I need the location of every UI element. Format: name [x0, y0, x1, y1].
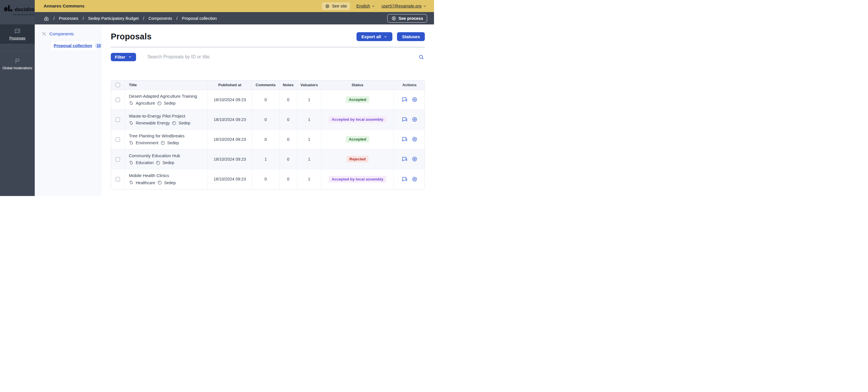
tools-icon — [42, 31, 46, 36]
status-badge: Accepted — [346, 136, 369, 143]
user-menu-dropdown[interactable]: user57@example.org — [381, 4, 427, 8]
breadcrumb-process-name[interactable]: Sedep Participatory Budget — [88, 16, 139, 21]
scope-label: Sedep — [179, 121, 190, 125]
answer-proposal-icon[interactable] — [402, 176, 408, 182]
category-label: Environment — [136, 141, 158, 145]
preview-proposal-icon[interactable] — [412, 96, 417, 103]
comments-count: 0 — [252, 110, 280, 130]
column-header-published-at: Published at — [208, 81, 252, 90]
column-header-title: Title — [125, 81, 208, 90]
answer-proposal-icon[interactable] — [402, 156, 408, 162]
column-header-valuators: Valuators — [297, 81, 321, 90]
column-header-comments: Comments — [252, 81, 280, 90]
decidim-logo[interactable]: decidim free open-source democracy — [0, 0, 35, 24]
scope-icon — [172, 121, 177, 125]
search-input[interactable] — [148, 54, 417, 59]
panel-item-proposal-collection[interactable]: Proposal collection 10 — [51, 41, 97, 50]
row-checkbox[interactable] — [116, 117, 120, 122]
status-badge: Accepted by local assembly — [329, 116, 386, 123]
export-all-button[interactable]: Export all — [356, 32, 392, 41]
scope-icon — [156, 160, 160, 165]
proposal-title-link[interactable]: Tree Planting for Windbreaks — [129, 133, 204, 138]
header-divider — [111, 47, 425, 48]
breadcrumb-components[interactable]: Components — [148, 16, 172, 21]
breadcrumb-proposal-collection[interactable]: Proposal collection — [182, 16, 217, 21]
statuses-button[interactable]: Statuses — [397, 32, 425, 41]
category-label: Healthcare — [136, 180, 155, 185]
published-at-value: 18/10/2024 09:23 — [208, 130, 252, 149]
category-label: Agriculture — [136, 101, 155, 106]
see-process-button[interactable]: See process — [387, 14, 427, 23]
language-dropdown[interactable]: English — [356, 4, 375, 8]
column-header-status: Status — [321, 81, 394, 90]
valuators-count: 1 — [297, 169, 321, 189]
scope-label: Sedep — [164, 180, 176, 185]
components-header-link[interactable]: Components — [42, 31, 102, 36]
sidebar-item-processes[interactable]: Processes — [0, 24, 35, 44]
price-tag-icon — [129, 121, 134, 125]
breadcrumb-separator: / — [83, 16, 84, 21]
status-badge: Accepted — [346, 96, 369, 103]
price-tag-icon — [129, 141, 134, 145]
treasure-map-icon — [14, 28, 21, 34]
breadcrumb-separator: / — [143, 16, 144, 21]
row-checkbox[interactable] — [116, 137, 120, 142]
proposal-title-link[interactable]: Mobile Health Clinics — [129, 173, 204, 178]
published-at-value: 18/10/2024 09:23 — [208, 90, 252, 110]
main-content: Proposals Export all Statuses Filter — [102, 24, 434, 196]
comments-count: 0 — [252, 90, 280, 110]
notes-count: 0 — [280, 110, 297, 130]
brand-tagline: free open-source democracy — [13, 13, 35, 16]
comments-count: 0 — [252, 169, 280, 189]
category-label: Renewable Energy — [136, 121, 169, 125]
search-icon[interactable] — [417, 53, 425, 61]
preview-proposal-icon[interactable] — [412, 176, 417, 182]
page-title: Proposals — [111, 32, 152, 41]
answer-proposal-icon[interactable] — [402, 96, 408, 103]
table-row: Desert-Adapted Agriculture Training Agri… — [111, 90, 425, 110]
components-panel: Components Proposal collection 10 — [35, 24, 102, 196]
sidebar-item-global-moderations[interactable]: Global moderations — [0, 58, 35, 70]
filter-button[interactable]: Filter — [111, 53, 136, 61]
published-at-value: 18/10/2024 09:23 — [208, 149, 252, 169]
scope-icon — [157, 101, 162, 106]
row-checkbox[interactable] — [116, 98, 120, 102]
table-row: Community Education Hub Education Sedep … — [111, 149, 425, 169]
home-gear-icon[interactable] — [43, 16, 49, 21]
chevron-down-icon — [383, 35, 388, 39]
sidebar-divider — [0, 51, 35, 51]
notes-count: 0 — [280, 90, 297, 110]
proposal-title-link[interactable]: Waste-to-Energy Pilot Project — [129, 114, 204, 118]
notes-count: 0 — [280, 169, 297, 189]
row-checkbox[interactable] — [116, 177, 120, 181]
proposal-title-link[interactable]: Community Education Hub — [129, 153, 204, 158]
breadcrumb-separator: / — [177, 16, 178, 21]
preview-proposal-icon[interactable] — [412, 116, 417, 122]
proposal-title-link[interactable]: Desert-Adapted Agriculture Training — [129, 94, 204, 99]
row-checkbox[interactable] — [116, 157, 120, 162]
valuators-count: 1 — [297, 90, 321, 110]
top-bar: Annares Commons See site English user57@… — [35, 0, 434, 12]
chevron-down-icon — [128, 55, 132, 59]
preview-proposal-icon[interactable] — [412, 156, 417, 162]
published-at-value: 18/10/2024 09:23 — [208, 110, 252, 130]
comments-count: 1 — [252, 149, 280, 169]
breadcrumb-processes[interactable]: Processes — [59, 16, 79, 21]
status-badge: Accepted by local assembly — [329, 176, 386, 183]
status-badge: Rejected — [346, 156, 368, 162]
answer-proposal-icon[interactable] — [402, 116, 408, 122]
table-row: Waste-to-Energy Pilot Project Renewable … — [111, 110, 425, 130]
valuators-count: 1 — [297, 130, 321, 149]
scope-label: Sedep — [162, 160, 174, 165]
answer-proposal-icon[interactable] — [402, 136, 408, 142]
brand-name: decidim — [14, 7, 34, 12]
flag-icon — [14, 58, 20, 64]
see-site-link[interactable]: See site — [322, 2, 350, 10]
decidim-logo-icon — [4, 5, 13, 12]
valuators-count: 1 — [297, 149, 321, 169]
select-all-checkbox[interactable] — [116, 83, 120, 87]
breadcrumb: / Processes / Sedep Participatory Budget… — [35, 12, 434, 25]
column-header-actions: Actions — [394, 81, 425, 90]
preview-proposal-icon[interactable] — [412, 136, 417, 142]
published-at-value: 18/10/2024 09:23 — [208, 169, 252, 189]
